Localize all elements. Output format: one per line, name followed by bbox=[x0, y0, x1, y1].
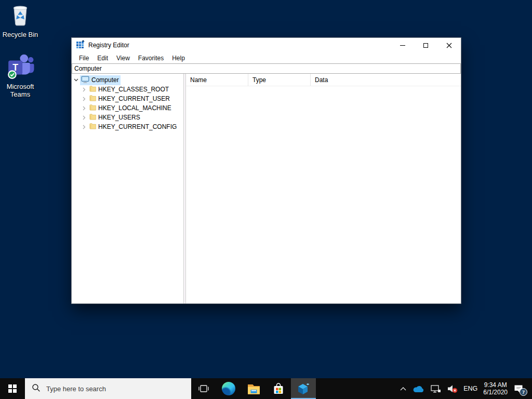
task-view-button[interactable] bbox=[191, 378, 216, 399]
tree-node-hklm-label-area[interactable]: HKEY_LOCAL_MACHINE bbox=[88, 103, 173, 113]
tray-overflow-button[interactable] bbox=[400, 387, 407, 391]
chevron-right-icon[interactable] bbox=[80, 97, 88, 101]
values-list-empty-area[interactable] bbox=[186, 86, 461, 303]
address-bar[interactable]: Computer bbox=[72, 63, 461, 74]
chevron-up-icon bbox=[400, 387, 407, 391]
window-content: Computer HKEY_CLASSES_ROOT bbox=[72, 74, 461, 303]
window-title: Registry Editor bbox=[88, 42, 391, 49]
registry-cube-icon bbox=[297, 382, 310, 395]
clock[interactable]: 9:34 AM 6/1/2020 bbox=[483, 381, 508, 396]
tree-node-hkcc[interactable]: HKEY_CURRENT_CONFIG bbox=[72, 122, 183, 131]
menu-view[interactable]: View bbox=[112, 54, 134, 63]
registry-app-icon bbox=[76, 40, 85, 50]
tree-node-hkcr[interactable]: HKEY_CLASSES_ROOT bbox=[72, 85, 183, 94]
registry-tree: Computer HKEY_CLASSES_ROOT bbox=[72, 74, 183, 303]
edge-icon bbox=[222, 382, 235, 395]
menu-help[interactable]: Help bbox=[168, 54, 189, 63]
maximize-button[interactable] bbox=[414, 38, 437, 52]
search-placeholder: Type here to search bbox=[46, 385, 106, 393]
onedrive-icon bbox=[413, 385, 424, 393]
teams-shortcut[interactable]: T Microsoft Teams bbox=[0, 53, 41, 98]
tree-node-hkcc-label-area[interactable]: HKEY_CURRENT_CONFIG bbox=[88, 122, 178, 131]
tree-node-label: HKEY_CURRENT_CONFIG bbox=[98, 123, 177, 130]
start-icon bbox=[8, 384, 17, 393]
tree-node-hkcu-label-area[interactable]: HKEY_CURRENT_USER bbox=[88, 94, 171, 103]
recycle-bin-icon bbox=[8, 3, 32, 29]
search-icon bbox=[32, 383, 41, 394]
tree-node-hku-label-area[interactable]: HKEY_USERS bbox=[88, 113, 142, 122]
registry-editor-window: Registry Editor File Edit View Favorites… bbox=[71, 37, 461, 304]
file-explorer-icon bbox=[247, 383, 261, 395]
minimize-icon bbox=[400, 45, 405, 46]
chevron-down-icon[interactable] bbox=[72, 78, 80, 82]
store-icon bbox=[272, 382, 285, 395]
menu-bar: File Edit View Favorites Help bbox=[72, 52, 461, 63]
close-icon bbox=[446, 43, 452, 48]
folder-icon bbox=[89, 95, 96, 103]
tree-node-label: Computer bbox=[91, 76, 119, 84]
chevron-right-icon[interactable] bbox=[80, 87, 88, 92]
teams-icon: T bbox=[6, 53, 34, 81]
computer-icon bbox=[81, 76, 89, 85]
task-view-icon bbox=[198, 383, 209, 394]
menu-favorites[interactable]: Favorites bbox=[134, 54, 168, 63]
tree-node-label: HKEY_USERS bbox=[98, 114, 140, 121]
title-bar: Registry Editor bbox=[72, 38, 461, 52]
tree-node-computer-label-area[interactable]: Computer bbox=[80, 75, 121, 85]
chevron-right-icon[interactable] bbox=[80, 125, 88, 129]
clock-date: 6/1/2020 bbox=[483, 389, 508, 396]
edge-button[interactable] bbox=[216, 378, 241, 399]
maximize-icon bbox=[423, 43, 428, 48]
search-box[interactable]: Type here to search bbox=[25, 378, 191, 399]
system-tray: ENG 9:34 AM 6/1/2020 7 bbox=[400, 378, 532, 399]
tree-node-hklm[interactable]: HKEY_LOCAL_MACHINE bbox=[72, 103, 183, 113]
folder-icon bbox=[89, 104, 96, 112]
tree-node-hkcr-label-area[interactable]: HKEY_CLASSES_ROOT bbox=[88, 85, 170, 94]
tree-node-label: HKEY_CLASSES_ROOT bbox=[98, 86, 169, 93]
action-center-button[interactable]: 7 bbox=[513, 384, 524, 393]
onedrive-tray-button[interactable] bbox=[413, 385, 424, 393]
folder-icon bbox=[89, 113, 96, 122]
taskbar: Type here to search bbox=[0, 378, 532, 399]
column-header-name[interactable]: Name bbox=[186, 74, 248, 86]
close-button[interactable] bbox=[437, 38, 461, 52]
language-indicator[interactable]: ENG bbox=[463, 385, 477, 392]
volume-muted-icon bbox=[447, 384, 458, 393]
start-button[interactable] bbox=[0, 378, 25, 399]
tree-node-label: HKEY_LOCAL_MACHINE bbox=[98, 104, 171, 112]
registry-editor-taskbar-button[interactable] bbox=[291, 378, 316, 399]
recycle-bin-shortcut[interactable]: Recycle Bin bbox=[0, 3, 41, 38]
minimize-button[interactable] bbox=[391, 38, 414, 52]
folder-icon bbox=[89, 85, 96, 94]
tree-node-label: HKEY_CURRENT_USER bbox=[98, 95, 170, 102]
tree-node-hku[interactable]: HKEY_USERS bbox=[72, 113, 183, 122]
volume-tray-button[interactable] bbox=[447, 384, 458, 393]
tree-node-computer[interactable]: Computer bbox=[72, 75, 183, 85]
menu-file[interactable]: File bbox=[75, 54, 93, 63]
column-header-type[interactable]: Type bbox=[248, 74, 311, 86]
network-tray-button[interactable] bbox=[430, 384, 441, 393]
recycle-bin-label: Recycle Bin bbox=[3, 31, 38, 38]
menu-edit[interactable]: Edit bbox=[93, 54, 112, 63]
clock-time: 9:34 AM bbox=[483, 381, 508, 389]
values-panel: Name Type Data bbox=[186, 74, 461, 303]
chevron-right-icon[interactable] bbox=[80, 115, 88, 120]
column-headers: Name Type Data bbox=[186, 74, 461, 86]
tree-node-hkcu[interactable]: HKEY_CURRENT_USER bbox=[72, 94, 183, 103]
teams-label: Microsoft Teams bbox=[3, 83, 37, 98]
notification-badge: 7 bbox=[520, 388, 527, 396]
address-text: Computer bbox=[74, 65, 102, 72]
chevron-right-icon[interactable] bbox=[80, 106, 88, 111]
folder-icon bbox=[89, 123, 96, 131]
store-button[interactable] bbox=[266, 378, 291, 399]
network-icon bbox=[430, 384, 441, 393]
file-explorer-button[interactable] bbox=[241, 378, 266, 399]
column-header-data[interactable]: Data bbox=[311, 74, 461, 86]
